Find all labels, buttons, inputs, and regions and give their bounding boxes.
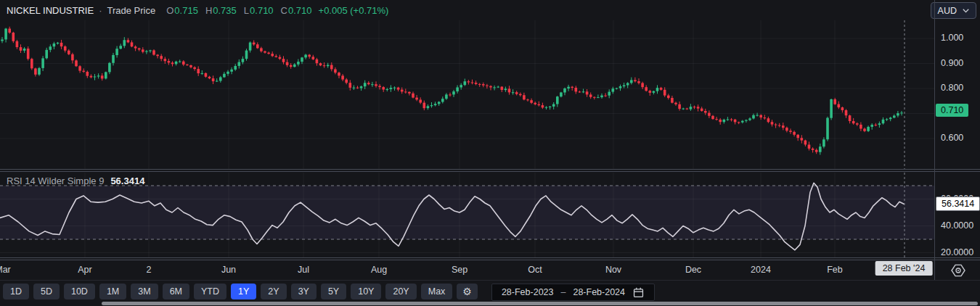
chevron-down-icon — [963, 9, 969, 13]
range-button-ytd[interactable]: YTD — [194, 284, 226, 299]
time-label-nov: Nov — [605, 265, 621, 275]
time-label-dec: Dec — [685, 265, 701, 275]
date-to: 28-Feb-2024 — [573, 287, 625, 297]
range-button-5y[interactable]: 5Y — [321, 284, 346, 299]
time-label-sep: Sep — [452, 265, 467, 275]
price-candlestick-chart[interactable] — [0, 20, 934, 169]
price-scale[interactable]: 0.710 1.0000.9000.8000.600 — [935, 20, 980, 169]
range-button-3m[interactable]: 3M — [131, 284, 158, 299]
rsi-tick-40.0000: 40.0000 — [941, 220, 973, 231]
close-label: C — [281, 5, 287, 16]
rsi-scale[interactable]: 56.3414 60.000040.000020.0000 — [935, 173, 980, 260]
time-label-aug: Aug — [371, 265, 387, 275]
time-label-feb: Feb — [827, 265, 843, 275]
time-axis[interactable]: 28 Feb '24 MarApr2JunJulAugSepOctNovDec2… — [0, 260, 934, 280]
range-button-1m[interactable]: 1M — [99, 284, 126, 299]
low-label: L — [244, 5, 249, 16]
calendar-icon — [632, 286, 645, 299]
pane-divider[interactable] — [0, 171, 980, 172]
scroll-to-realtime-button[interactable] — [943, 262, 973, 278]
range-button-10y[interactable]: 10Y — [351, 284, 381, 299]
high-label: H — [205, 5, 212, 16]
date-range-dash: – — [560, 287, 565, 297]
range-button-2y[interactable]: 2Y — [261, 284, 286, 299]
time-label-oct: Oct — [528, 265, 542, 275]
rsi-legend: RSI 14 Wilder Simple 9 56.3414 — [7, 175, 144, 186]
low-value: 0.710 — [250, 5, 274, 16]
range-button-3y[interactable]: 3Y — [291, 284, 317, 299]
range-button-5d[interactable]: 5D — [33, 284, 60, 299]
high-value: 0.735 — [213, 5, 237, 16]
horizontal-scrollbar[interactable] — [102, 302, 978, 305]
range-buttons: 1D5D10D1M3M6MYTD1Y2Y3Y5Y10Y20YMax — [3, 284, 452, 299]
range-button-6m[interactable]: 6M — [163, 284, 189, 299]
price-tick-0.800: 0.800 — [941, 83, 963, 93]
range-button-20y[interactable]: 20Y — [385, 284, 416, 299]
rsi-value-badge: 56.3414 — [936, 197, 980, 211]
gear-icon: ⚙ — [462, 286, 472, 297]
pane-divider[interactable] — [0, 169, 980, 170]
range-button-1y[interactable]: 1Y — [231, 284, 256, 299]
range-button-10d[interactable]: 10D — [64, 284, 95, 299]
close-value: 0.710 — [288, 5, 312, 16]
time-label-jul: Jul — [298, 265, 309, 275]
last-price-badge: 0.710 — [936, 104, 968, 117]
price-change: +0.005 (+0.71%) — [319, 5, 389, 16]
time-label-mar: Mar — [0, 265, 11, 275]
rsi-tick-20.0000: 20.0000 — [941, 247, 973, 257]
time-label-2024: 2024 — [751, 265, 771, 275]
time-label-apr: Apr — [78, 265, 91, 275]
symbol-title[interactable]: NICKEL INDUSTRIE — [7, 5, 94, 16]
price-tick-0.900: 0.900 — [941, 58, 963, 68]
open-label: O — [166, 5, 173, 16]
time-label-jun: Jun — [221, 265, 236, 275]
chart-settings-button[interactable]: ⚙ — [457, 284, 478, 299]
range-button-max[interactable]: Max — [421, 284, 453, 299]
date-from: 28-Feb-2023 — [502, 287, 554, 297]
range-button-1d[interactable]: 1D — [3, 284, 29, 299]
pane-divider — [0, 257, 980, 258]
open-value: 0.715 — [174, 5, 198, 16]
price-tick-1.000: 1.000 — [941, 33, 963, 43]
chart-legend-bar: NICKEL INDUSTRIE · Trade Price O0.715 H0… — [0, 0, 980, 20]
legend-separator: · — [99, 5, 102, 16]
series-type-label: Trade Price — [107, 5, 156, 16]
currency-select[interactable]: AUD — [931, 2, 976, 19]
chart-widget: NICKEL INDUSTRIE · Trade Price O0.715 H0… — [0, 0, 980, 306]
ohlc-values: O0.715 H0.735 L0.710 C0.710 — [166, 5, 311, 16]
rsi-label[interactable]: RSI 14 Wilder Simple 9 — [7, 175, 104, 186]
time-label-2: 2 — [147, 265, 152, 275]
currency-select-value: AUD — [938, 6, 957, 16]
date-range-picker[interactable]: 28-Feb-2023 – 28-Feb-2024 — [491, 284, 655, 301]
rsi-value: 56.3414 — [110, 175, 144, 186]
price-tick-0.600: 0.600 — [941, 133, 963, 143]
calendar-button[interactable] — [632, 286, 645, 299]
crosshair-date-badge: 28 Feb '24 — [875, 261, 933, 276]
target-hexagon-icon — [950, 262, 966, 278]
